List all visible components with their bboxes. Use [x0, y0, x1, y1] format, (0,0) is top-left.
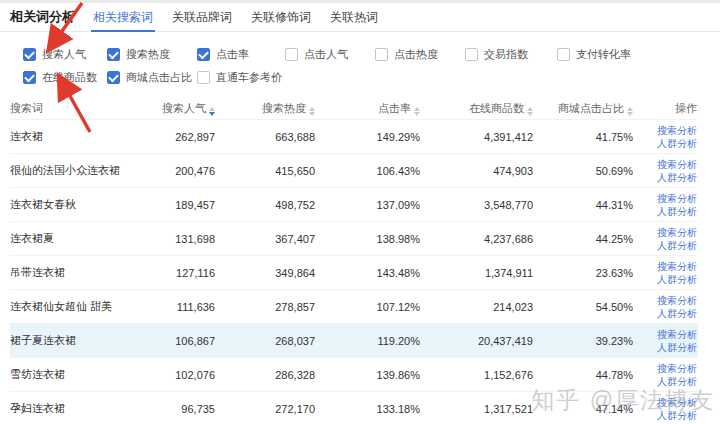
- cell-operations: 搜索分析人群分析: [633, 124, 697, 150]
- checkbox-icon[interactable]: [107, 48, 120, 61]
- column-header-操作: 操作: [633, 101, 697, 116]
- filter-在线商品数[interactable]: 在线商品数: [23, 70, 107, 85]
- cell-ctr: 149.29%: [315, 131, 420, 143]
- search-analysis-link[interactable]: 搜索分析: [657, 362, 697, 375]
- filter-商城点击占比[interactable]: 商城点击占比: [107, 70, 197, 85]
- cell-operations: 搜索分析人群分析: [633, 328, 697, 354]
- checkbox-icon[interactable]: [107, 71, 120, 84]
- tab-关联品牌词[interactable]: 关联品牌词: [170, 3, 234, 31]
- search-analysis-link[interactable]: 搜索分析: [657, 124, 697, 137]
- page-header: 相关词分析 相关搜索词关联品牌词关联修饰词关联热词: [0, 3, 720, 32]
- crowd-analysis-link[interactable]: 人群分析: [657, 137, 697, 150]
- filter-点击人气[interactable]: 点击人气: [285, 47, 375, 62]
- cell-search-word: 雪纺连衣裙: [10, 367, 160, 382]
- column-header-label: 搜索词: [10, 102, 43, 114]
- table-row: 吊带连衣裙127,116349,864143.48%1,374,91123.63…: [10, 255, 698, 289]
- checkbox-icon[interactable]: [557, 48, 570, 61]
- column-header-搜索人气[interactable]: 搜索人气: [160, 101, 215, 116]
- column-header-label: 在线商品数: [469, 102, 524, 114]
- search-analysis-link[interactable]: 搜索分析: [657, 260, 697, 273]
- tab-相关搜索词[interactable]: 相关搜索词: [91, 3, 155, 31]
- crowd-analysis-link[interactable]: 人群分析: [657, 239, 697, 252]
- tab-关联修饰词[interactable]: 关联修饰词: [249, 3, 313, 31]
- filter-交易指数[interactable]: 交易指数: [465, 47, 557, 62]
- cell-search-word: 孕妇连衣裙: [10, 401, 160, 416]
- metric-filters: 搜索人气搜索热度点击率点击人气点击热度交易指数支付转化率 在线商品数商城点击占比…: [0, 32, 720, 98]
- cell-mall-click-share: 44.25%: [533, 233, 633, 245]
- filter-支付转化率[interactable]: 支付转化率: [557, 47, 720, 62]
- checkbox-icon[interactable]: [285, 48, 298, 61]
- cell-search-heat: 349,864: [215, 267, 315, 279]
- table-header-row: 搜索词搜索人气搜索热度点击率在线商品数商城点击占比操作: [10, 98, 698, 119]
- checkbox-icon[interactable]: [23, 71, 36, 84]
- checkbox-label: 点击人气: [304, 47, 348, 62]
- table-row: 雪纺连衣裙102,076286,328139.86%1,152,67644.78…: [10, 357, 698, 391]
- cell-search-popularity: 102,076: [160, 369, 215, 381]
- crowd-analysis-link[interactable]: 人群分析: [657, 341, 697, 354]
- search-analysis-link[interactable]: 搜索分析: [657, 226, 697, 239]
- checkbox-icon[interactable]: [23, 48, 36, 61]
- filter-搜索热度[interactable]: 搜索热度: [107, 47, 197, 62]
- checkbox-label: 支付转化率: [576, 47, 631, 62]
- table-row: 连衣裙262,897663,688149.29%4,391,41241.75%搜…: [10, 119, 698, 153]
- cell-mall-click-share: 23.63%: [533, 267, 633, 279]
- cell-ctr: 107.12%: [315, 301, 420, 313]
- cell-search-word: 很仙的法国小众连衣裙: [10, 163, 160, 178]
- cell-mall-click-share: 54.50%: [533, 301, 633, 313]
- cell-online-items: 214,023: [420, 301, 533, 313]
- column-header-点击率[interactable]: 点击率: [315, 101, 420, 116]
- cell-operations: 搜索分析人群分析: [633, 226, 697, 252]
- column-header-在线商品数[interactable]: 在线商品数: [420, 101, 533, 116]
- checkbox-icon[interactable]: [375, 48, 388, 61]
- crowd-analysis-link[interactable]: 人群分析: [657, 205, 697, 218]
- cell-search-word: 连衣裙: [10, 129, 160, 144]
- crowd-analysis-link[interactable]: 人群分析: [657, 307, 697, 320]
- search-analysis-link[interactable]: 搜索分析: [657, 158, 697, 171]
- search-analysis-link[interactable]: 搜索分析: [657, 396, 697, 409]
- search-words-table: 搜索词搜索人气搜索热度点击率在线商品数商城点击占比操作 连衣裙262,89766…: [0, 98, 720, 424]
- cell-operations: 搜索分析人群分析: [633, 192, 697, 218]
- column-header-label: 点击率: [378, 102, 411, 114]
- cell-search-heat: 498,752: [215, 199, 315, 211]
- checkbox-label: 直通车参考价: [216, 70, 282, 85]
- column-header-搜索热度[interactable]: 搜索热度: [215, 101, 315, 116]
- column-header-label: 操作: [675, 102, 697, 114]
- column-header-搜索词: 搜索词: [10, 101, 160, 116]
- cell-online-items: 1,317,521: [420, 403, 533, 415]
- cell-operations: 搜索分析人群分析: [633, 260, 697, 286]
- filter-点击率[interactable]: 点击率: [197, 47, 285, 62]
- cell-online-items: 474,903: [420, 165, 533, 177]
- cell-search-heat: 286,328: [215, 369, 315, 381]
- search-analysis-link[interactable]: 搜索分析: [657, 294, 697, 307]
- column-header-商城点击占比[interactable]: 商城点击占比: [533, 101, 633, 116]
- cell-online-items: 1,152,676: [420, 369, 533, 381]
- cell-mall-click-share: 50.69%: [533, 165, 633, 177]
- checkbox-icon[interactable]: [465, 48, 478, 61]
- cell-search-word: 裙子夏连衣裙: [10, 333, 160, 348]
- cell-operations: 搜索分析人群分析: [633, 158, 697, 184]
- filter-点击热度[interactable]: 点击热度: [375, 47, 465, 62]
- cell-online-items: 3,548,770: [420, 199, 533, 211]
- search-analysis-link[interactable]: 搜索分析: [657, 328, 697, 341]
- crowd-analysis-link[interactable]: 人群分析: [657, 409, 697, 422]
- cell-search-popularity: 200,476: [160, 165, 215, 177]
- checkbox-label: 搜索人气: [42, 47, 86, 62]
- crowd-analysis-link[interactable]: 人群分析: [657, 273, 697, 286]
- tab-关联热词[interactable]: 关联热词: [328, 3, 380, 31]
- checkbox-icon[interactable]: [197, 71, 210, 84]
- search-analysis-link[interactable]: 搜索分析: [657, 192, 697, 205]
- cell-mall-click-share: 41.75%: [533, 131, 633, 143]
- table-row: 很仙的法国小众连衣裙200,476415,650106.43%474,90350…: [10, 153, 698, 187]
- crowd-analysis-link[interactable]: 人群分析: [657, 171, 697, 184]
- checkbox-label: 在线商品数: [42, 70, 97, 85]
- checkbox-label: 点击热度: [394, 47, 438, 62]
- cell-search-popularity: 96,735: [160, 403, 215, 415]
- table-row: 连衣裙女春秋189,457498,752137.09%3,548,77044.3…: [10, 187, 698, 221]
- checkbox-icon[interactable]: [197, 48, 210, 61]
- cell-search-heat: 278,857: [215, 301, 315, 313]
- crowd-analysis-link[interactable]: 人群分析: [657, 375, 697, 388]
- cell-search-popularity: 189,457: [160, 199, 215, 211]
- cell-ctr: 106.43%: [315, 165, 420, 177]
- filter-搜索人气[interactable]: 搜索人气: [23, 47, 107, 62]
- filter-直通车参考价[interactable]: 直通车参考价: [197, 70, 285, 85]
